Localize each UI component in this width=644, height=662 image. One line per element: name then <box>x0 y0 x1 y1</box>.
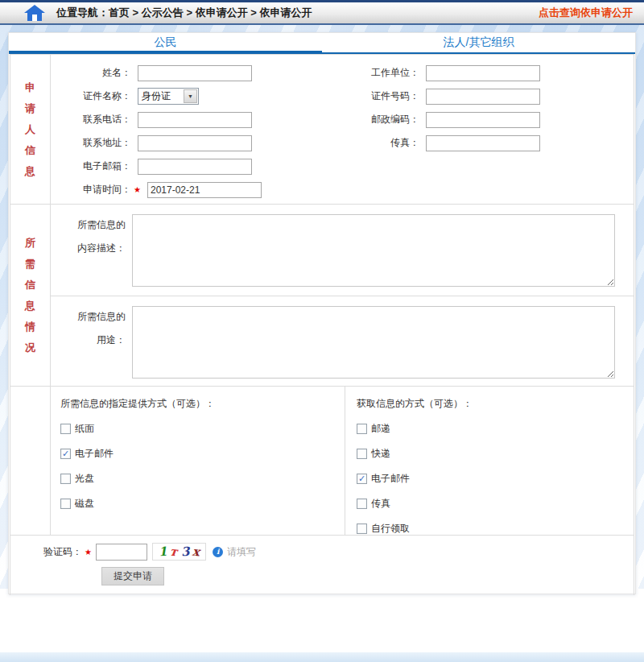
checkbox-label: 磁盘 <box>75 497 94 511</box>
required-star: ★ <box>85 548 92 556</box>
checkbox-label: 电子邮件 <box>75 447 114 461</box>
side-label-char: 情 <box>25 320 35 334</box>
textarea-label: 所需信息的内容描述： <box>51 205 132 296</box>
email-checkbox[interactable]: ✓电子邮件 <box>60 448 345 459</box>
address-input[interactable] <box>138 135 252 151</box>
applicant-info-section: 申请人信息 姓名：证件名称：身份证▼联系电话：联系地址：电子邮箱：申请时间：★ … <box>10 54 634 204</box>
field-row: 邮政编码： <box>339 108 635 131</box>
field-label: 邮政编码： <box>339 113 419 126</box>
field-label: 电子邮箱： <box>51 159 131 173</box>
submit-button[interactable]: 提交申请 <box>101 567 164 585</box>
phone-input[interactable] <box>138 112 252 128</box>
checkbox-label: 邮递 <box>371 422 390 436</box>
checkbox-label: 电子邮件 <box>371 472 410 486</box>
textarea-row: 所需信息的用途： <box>51 296 634 387</box>
side-label-char: 信 <box>25 278 35 292</box>
postcode-input[interactable] <box>426 112 540 128</box>
tab-citizen[interactable]: 公民 <box>9 33 322 54</box>
query-disclosure-link[interactable]: 点击查询依申请公开 <box>539 6 633 20</box>
methods-section: 所需信息的指定提供方式（可选）： 纸面✓电子邮件光盘磁盘 获取信息的方式（可选）… <box>10 386 634 535</box>
provide-methods-group: 所需信息的指定提供方式（可选）： 纸面✓电子邮件光盘磁盘 <box>51 387 345 535</box>
checkbox-icon <box>357 449 367 459</box>
field-row: 姓名： <box>51 61 339 85</box>
id-number-input[interactable] <box>426 89 540 105</box>
breadcrumb[interactable]: 位置导航：首页 > 公示公告 > 依申请公开 > 依申请公开 <box>56 6 312 20</box>
checkbox-label: 快递 <box>371 447 390 461</box>
workunit-input[interactable] <box>426 65 540 81</box>
checkbox-label: 自行领取 <box>371 522 410 536</box>
captcha-char: 3 <box>180 544 190 560</box>
id-type-select[interactable]: 身份证▼ <box>138 88 199 105</box>
name-input[interactable] <box>138 65 252 81</box>
captcha-image[interactable]: 1т3x <box>152 543 206 561</box>
obtain-methods-group: 获取信息的方式（可选）： 邮递快递✓电子邮件传真自行领取 <box>345 387 634 535</box>
obtain-methods-title: 获取信息的方式（可选）： <box>357 397 634 411</box>
captcha-char: x <box>192 544 200 560</box>
captcha-input[interactable] <box>96 544 147 561</box>
textarea-label-line1: 所需信息的 <box>77 311 126 322</box>
select-value: 身份证 <box>138 89 184 103</box>
email-input[interactable] <box>138 159 252 175</box>
field-label: 工作单位： <box>339 66 419 80</box>
self-pickup-checkbox[interactable]: 自行领取 <box>357 523 634 534</box>
paper-checkbox[interactable]: 纸面 <box>60 423 345 434</box>
field-label: 联系电话： <box>51 113 131 126</box>
mail-checkbox[interactable]: 邮递 <box>357 423 634 434</box>
field-row: 工作单位： <box>339 61 635 85</box>
side-label-char: 所 <box>25 236 35 250</box>
field-row: 证件名称：身份证▼ <box>51 85 339 108</box>
content-desc-textarea[interactable] <box>132 214 615 287</box>
checkbox-checked-icon: ✓ <box>60 449 71 459</box>
footer-strip <box>0 652 644 662</box>
field-label: 姓名： <box>51 66 131 80</box>
textarea-row: 所需信息的内容描述： <box>51 205 634 296</box>
checkbox-icon <box>60 499 71 509</box>
captcha-label: 验证码： <box>43 545 82 559</box>
express-checkbox[interactable]: 快递 <box>357 448 634 459</box>
field-row: 申请时间：★ <box>51 178 339 201</box>
home-icon[interactable] <box>24 5 45 21</box>
fax-checkbox[interactable]: 传真 <box>357 498 634 509</box>
obtain-methods-options: 邮递快递✓电子邮件传真自行领取 <box>357 423 634 534</box>
fax-input[interactable] <box>426 135 540 151</box>
info-icon: i <box>213 547 223 557</box>
chevron-down-icon: ▼ <box>184 89 197 103</box>
captcha-line: 验证码： ★ 1т3x i 请填写 <box>43 542 634 561</box>
required-star: ★ <box>134 185 141 194</box>
field-label: 联系地址： <box>51 136 131 150</box>
captcha-char: т <box>169 544 178 560</box>
disk-checkbox[interactable]: 磁盘 <box>60 498 345 509</box>
checkbox-icon <box>357 424 367 434</box>
field-row: 电子邮箱： <box>51 155 339 178</box>
tab-legal-entity-label: 法人/其它组织 <box>444 33 514 50</box>
applicant-fields-right: 工作单位：证件号码：邮政编码：传真： <box>339 61 635 204</box>
checkbox-label: 纸面 <box>75 422 94 436</box>
textarea-label-line2: 内容描述： <box>51 242 126 254</box>
textarea-label-line1: 所需信息的 <box>77 219 126 230</box>
checkbox-icon <box>60 474 71 484</box>
field-label: 申请时间： <box>51 183 131 197</box>
apply-date-input[interactable] <box>147 182 262 198</box>
field-row: 传真： <box>339 131 635 155</box>
cd-checkbox[interactable]: 光盘 <box>60 473 345 484</box>
textarea-label: 所需信息的用途： <box>51 296 132 387</box>
purpose-textarea[interactable] <box>132 306 615 379</box>
tab-legal-entity[interactable]: 法人/其它组织 <box>322 33 635 54</box>
field-row: 证件号码： <box>339 85 635 108</box>
field-label: 证件名称： <box>51 89 131 103</box>
breadcrumb-bar: 位置导航：首页 > 公示公告 > 依申请公开 > 依申请公开 点击查询依申请公开 <box>0 0 644 25</box>
captcha-char: 1 <box>158 544 167 560</box>
provide-methods-options: 纸面✓电子邮件光盘磁盘 <box>60 423 345 509</box>
captcha-hint: 请填写 <box>227 545 256 559</box>
field-row: 联系电话： <box>51 108 339 131</box>
textarea-label-line2: 用途： <box>51 334 126 346</box>
checkbox-checked-icon: ✓ <box>357 474 367 484</box>
obtain-email-checkbox[interactable]: ✓电子邮件 <box>357 473 634 484</box>
side-label-char: 息 <box>25 299 35 313</box>
side-label-char: 况 <box>25 341 35 355</box>
side-label-char: 申 <box>25 81 35 95</box>
side-label-char: 请 <box>25 101 35 116</box>
field-label: 证件号码： <box>339 89 419 103</box>
applicant-fields: 姓名：证件名称：身份证▼联系电话：联系地址：电子邮箱：申请时间：★ 工作单位：证… <box>51 55 635 204</box>
required-info-section: 所需信息情况 所需信息的内容描述：所需信息的用途： <box>10 204 634 386</box>
